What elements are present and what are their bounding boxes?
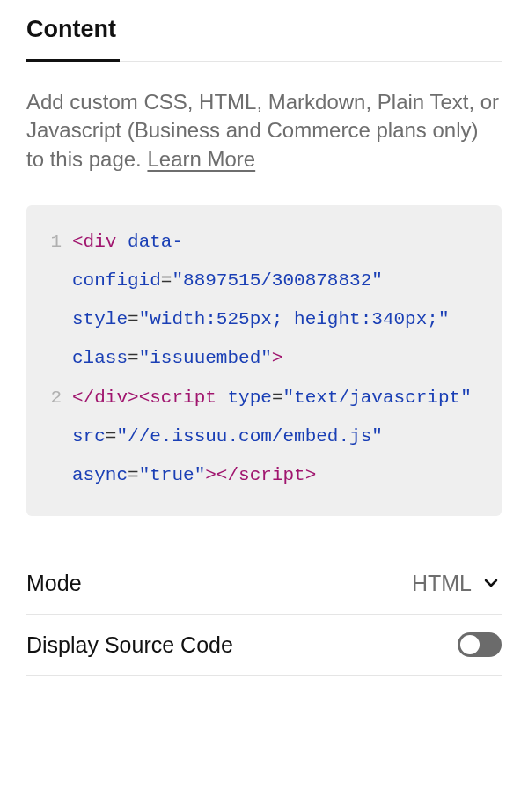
tab-content-label: Content — [26, 16, 116, 42]
code-editor[interactable]: 1 <div data-configid="8897515/300878832"… — [26, 205, 502, 516]
mode-select[interactable]: HTML — [412, 571, 502, 596]
mode-label: Mode — [26, 571, 82, 596]
learn-more-link[interactable]: Learn More — [147, 147, 255, 171]
code-line-1-content: <div data-configid="8897515/300878832" s… — [72, 223, 484, 378]
description-text: Add custom CSS, HTML, Markdown, Plain Te… — [26, 88, 502, 173]
display-source-label: Display Source Code — [26, 632, 233, 658]
mode-row: Mode HTML — [26, 553, 502, 615]
tab-content[interactable]: Content — [26, 16, 116, 61]
tab-header: Content — [26, 16, 502, 62]
line-number: 1 — [44, 223, 62, 262]
mode-value: HTML — [412, 571, 472, 596]
description-body: Add custom CSS, HTML, Markdown, Plain Te… — [26, 90, 499, 171]
code-line-2: 2 </div><script type="text/javascript" s… — [44, 379, 484, 495]
code-line-2-content: </div><script type="text/javascript" src… — [72, 379, 484, 495]
tab-active-underline — [26, 59, 120, 62]
chevron-down-icon — [480, 572, 502, 594]
line-number: 2 — [44, 379, 62, 417]
display-source-row: Display Source Code — [26, 615, 502, 676]
code-line-1: 1 <div data-configid="8897515/300878832"… — [44, 223, 484, 378]
display-source-toggle[interactable] — [458, 632, 502, 657]
toggle-knob — [460, 635, 480, 654]
